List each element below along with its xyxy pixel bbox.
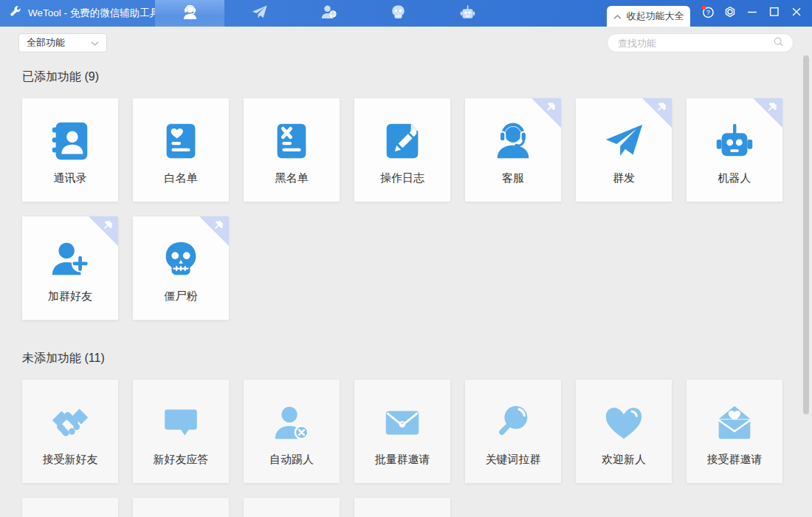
magnifier-icon [490,400,536,445]
maximize-icon [767,4,782,22]
feature-card[interactable]: 客服 [465,98,561,202]
feature-card-label: 群发 [613,171,635,185]
feature-card[interactable] [244,498,340,517]
feature-card[interactable]: 机器人 [687,98,782,202]
nav-tab-group-send[interactable] [224,0,294,27]
feature-card[interactable]: 加群好友 [22,216,118,320]
maximize-button[interactable] [763,0,785,27]
speech-bubble-icon [158,400,204,445]
feature-card-label: 批量群邀请 [375,453,430,467]
feature-card[interactable]: 接受群邀请 [687,380,782,483]
person-plus-icon [47,236,93,282]
svg-text:?: ? [706,9,710,16]
feature-card[interactable] [133,498,229,517]
minimize-icon [745,4,760,22]
card-heart-icon [158,118,204,164]
pencil-doc-icon [379,118,425,164]
feature-card[interactable]: 自动踢人 [244,380,340,483]
feature-card-label: 通讯录 [54,171,87,185]
envelope-icon [379,400,425,445]
nav-tab-zombie-fans[interactable] [363,0,433,27]
address-book-icon [47,118,93,164]
feature-card-label: 关键词拉群 [486,453,541,467]
toolbar: 全部功能 [0,27,812,63]
category-dropdown-value: 全部功能 [27,36,65,49]
help-button[interactable]: ? [697,0,719,27]
feature-card-label: 加群好友 [48,290,92,304]
robot-icon [712,118,757,164]
skull-icon [158,236,204,282]
feature-card-label: 操作日志 [380,171,424,185]
handshake-icon [47,400,93,445]
nav-tab-robot[interactable] [433,0,502,27]
feature-card[interactable]: 群发 [576,98,672,202]
pin-badge [89,216,118,246]
heart-icon [601,400,647,445]
paper-plane-icon [601,118,647,164]
window-controls: ? [697,0,808,27]
scrollbar[interactable] [803,55,809,414]
search-box [607,33,794,52]
feature-card-label: 接受群邀请 [707,453,763,467]
nav-tabs [155,0,502,27]
feature-card[interactable] [354,498,450,517]
skull-icon [389,3,407,24]
close-button[interactable] [785,0,808,27]
feature-card[interactable]: 新好友应答 [133,380,229,483]
person-remove-icon [269,400,314,445]
feature-card-label: 新好友应答 [154,453,209,467]
close-icon [789,4,804,22]
nav-tab-customer-service[interactable] [155,0,224,27]
feature-card[interactable]: 通讯录 [22,98,118,202]
feature-card[interactable]: 接受新好友 [22,380,118,483]
headset-person-icon [490,118,536,164]
person-plus-icon [320,3,338,24]
feature-card-label: 接受新好友 [43,453,98,467]
envelope-heart-icon [712,400,757,445]
feature-card[interactable]: 批量群邀请 [354,380,450,483]
feature-panel: 已添加功能 (9) 通讯录白名单黑名单操作日志客服群发机器人加群好友僵尸粉 未添… [0,63,812,517]
settings-button[interactable] [719,0,741,27]
paper-plane-icon [250,3,269,24]
feature-card-label: 黑名单 [275,171,309,185]
pin-badge [531,98,561,128]
pin-badge [199,216,229,246]
section-title-not-added: 未添加功能 (11) [22,351,812,365]
feature-card[interactable]: 僵尸粉 [133,216,229,320]
app-logo: WeTool - 免费的微信辅助工具 [10,0,159,27]
feature-card[interactable]: 欢迎新人 [576,380,672,483]
nav-tab-add-friend[interactable] [294,0,363,27]
minimize-button[interactable] [741,0,763,27]
feature-card[interactable]: 白名单 [133,98,229,202]
app-title: WeTool - 免费的微信辅助工具 [28,7,159,20]
feature-card-label: 白名单 [165,171,198,185]
feature-card[interactable] [22,498,118,517]
chevron-up-icon [613,11,622,22]
gear-icon [723,4,737,22]
help-icon: ? [701,4,715,22]
category-dropdown[interactable]: 全部功能 [18,33,107,52]
collapse-features-tab[interactable]: 收起功能大全 [607,6,690,27]
collapse-tab-label: 收起功能大全 [627,10,684,23]
feature-card[interactable]: 关键词拉群 [465,380,561,483]
section-title-added: 已添加功能 (9) [22,69,812,83]
wrench-icon [10,6,22,21]
feature-card[interactable]: 黑名单 [244,98,340,202]
feature-card-label: 机器人 [718,171,751,185]
titlebar: WeTool - 免费的微信辅助工具 收起功能大全 ? [0,0,812,27]
pin-badge [642,98,672,128]
feature-card-label: 欢迎新人 [602,453,646,467]
feature-card-label: 僵尸粉 [165,290,198,304]
pin-badge [753,98,782,128]
feature-card[interactable]: 操作日志 [354,98,450,202]
robot-icon [458,3,477,24]
feature-card-label: 自动踢人 [269,453,314,467]
card-x-icon [269,118,314,164]
feature-card-label: 客服 [502,171,524,185]
added-features-grid: 通讯录白名单黑名单操作日志客服群发机器人加群好友僵尸粉 [22,98,812,320]
search-input[interactable] [616,37,773,49]
not-added-features-grid: 接受新好友新好友应答自动踢人批量群邀请关键词拉群欢迎新人接受群邀请 [22,380,812,517]
chevron-down-icon [91,38,99,49]
headset-person-icon [181,3,199,24]
search-icon [773,36,784,50]
